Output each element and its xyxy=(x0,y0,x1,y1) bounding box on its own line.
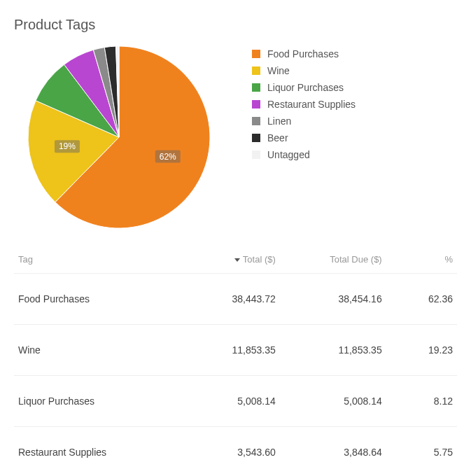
col-header-pct[interactable]: % xyxy=(386,247,457,274)
cell-tag: Food Purchases xyxy=(14,274,174,325)
col-header-due[interactable]: Total Due ($) xyxy=(280,247,386,274)
legend-swatch xyxy=(252,83,260,92)
cell-due: 5,008.14 xyxy=(280,376,386,427)
legend-item[interactable]: Beer xyxy=(252,132,457,144)
cell-tag: Restaurant Supplies xyxy=(14,427,174,477)
cell-total: 3,543.60 xyxy=(174,427,280,477)
cell-total: 38,443.72 xyxy=(174,274,280,325)
cell-tag: Liquor Purchases xyxy=(14,376,174,427)
legend-item[interactable]: Food Purchases xyxy=(252,48,457,59)
cell-pct: 19.23 xyxy=(386,325,457,376)
cell-due: 3,848.64 xyxy=(280,427,386,477)
chart-row: 62%19% Food PurchasesWineLiquor Purchase… xyxy=(14,43,457,232)
cell-pct: 62.36 xyxy=(386,274,457,325)
cell-pct: 5.75 xyxy=(386,427,457,477)
legend-item[interactable]: Restaurant Supplies xyxy=(252,99,457,110)
legend-item[interactable]: Linen xyxy=(252,115,457,127)
legend-label: Wine xyxy=(267,65,290,76)
legend-swatch xyxy=(252,100,260,108)
cell-tag: Wine xyxy=(14,325,174,376)
legend-item[interactable]: Wine xyxy=(252,65,457,76)
legend-label: Liquor Purchases xyxy=(267,82,344,93)
cell-total: 11,853.35 xyxy=(174,325,280,376)
legend-label: Untagged xyxy=(267,149,310,160)
col-header-total[interactable]: Total ($) xyxy=(174,247,280,274)
table-row[interactable]: Restaurant Supplies3,543.603,848.645.75 xyxy=(14,427,457,477)
table-row[interactable]: Wine11,853.3511,853.3519.23 xyxy=(14,325,457,376)
slice-label: 62% xyxy=(160,152,176,162)
legend-swatch xyxy=(252,134,260,142)
legend-label: Restaurant Supplies xyxy=(267,99,356,110)
cell-total: 5,008.14 xyxy=(174,376,280,427)
legend-swatch xyxy=(252,117,260,125)
legend-swatch xyxy=(252,66,260,75)
col-header-tag[interactable]: Tag xyxy=(14,247,174,274)
tags-table: Tag Total ($) Total Due ($) % Food Purch… xyxy=(14,247,457,476)
legend-label: Beer xyxy=(267,132,288,144)
page-title: Product Tags xyxy=(14,17,457,33)
sort-caret-icon xyxy=(234,258,240,262)
cell-pct: 8.12 xyxy=(386,376,457,427)
table-row[interactable]: Food Purchases38,443.7238,454.1662.36 xyxy=(14,274,457,325)
table-row[interactable]: Liquor Purchases5,008.145,008.148.12 xyxy=(14,376,457,427)
legend: Food PurchasesWineLiquor PurchasesRestau… xyxy=(224,43,457,166)
legend-item[interactable]: Liquor Purchases xyxy=(252,82,457,93)
legend-item[interactable]: Untagged xyxy=(252,149,457,160)
cell-due: 11,853.35 xyxy=(280,325,386,376)
table-header-row: Tag Total ($) Total Due ($) % xyxy=(14,247,457,274)
pie-chart: 62%19% xyxy=(14,43,224,232)
legend-swatch xyxy=(252,50,260,58)
legend-label: Linen xyxy=(267,115,291,127)
legend-swatch xyxy=(252,150,260,159)
slice-label: 19% xyxy=(59,141,76,151)
pie-svg: 62%19% xyxy=(24,43,213,232)
col-header-total-text: Total ($) xyxy=(243,254,276,265)
legend-label: Food Purchases xyxy=(267,48,339,59)
cell-due: 38,454.16 xyxy=(280,274,386,325)
